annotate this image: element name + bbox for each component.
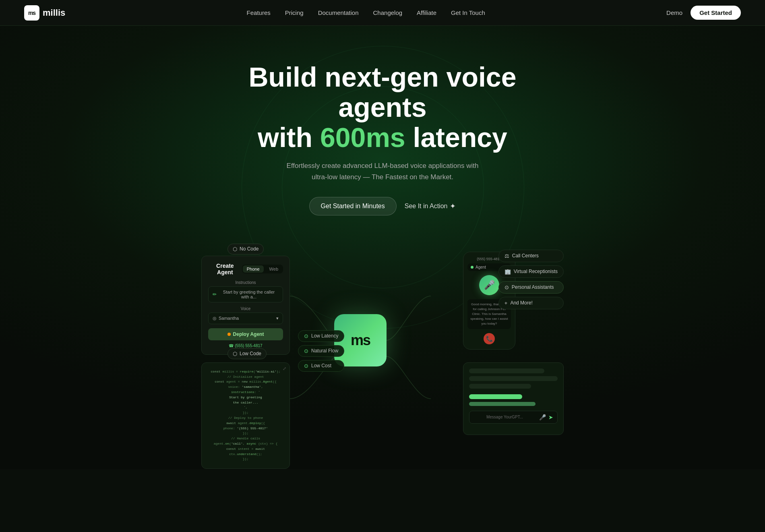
nav-get-in-touch[interactable]: Get In Touch <box>451 9 485 16</box>
logo-icon: ms <box>24 5 39 21</box>
use-case-and-more: + And More! <box>498 297 564 309</box>
natural-flow-icon: ⊙ <box>304 348 308 354</box>
send-icon[interactable]: ➤ <box>548 414 553 420</box>
instructions-input[interactable]: ✏ Start by greeting the caller with a... <box>208 286 283 302</box>
chat-input-placeholder: Message YourGPT... <box>473 415 536 419</box>
code-content: const millis = require('millis-ai'); // … <box>208 369 283 462</box>
deploy-agent-button[interactable]: Deploy Agent <box>208 328 283 340</box>
nav-pricing[interactable]: Pricing <box>285 9 304 16</box>
voice-value: Samantha <box>219 316 239 321</box>
nav-affiliate[interactable]: Affiliate <box>417 9 436 16</box>
chat-bubble-2 <box>469 376 558 381</box>
plus-icon: + <box>504 300 508 306</box>
chat-bubble-3 <box>469 384 531 389</box>
scale-icon: ⚖ <box>504 253 509 259</box>
hero-section: Build next-gen voice agents with 600ms l… <box>0 26 765 469</box>
use-cases-list: ⚖ Call Centers 🏢 Virtual Receptionists ⊙… <box>498 250 564 309</box>
code-card: ⤢ const millis = require('millis-ai'); /… <box>201 362 290 469</box>
tab-phone[interactable]: Phone <box>243 265 264 273</box>
low-code-badge: ⬡ Low Code <box>227 348 267 359</box>
create-agent-card: Create Agent Phone Web Instructions ✏ St… <box>201 256 290 355</box>
chat-input-area[interactable]: Message YourGPT... 🎤 ➤ <box>469 411 558 424</box>
low-cost-icon: ⊙ <box>304 363 308 369</box>
code-icon: ⬡ <box>233 246 237 252</box>
code-braces-icon: ⬡ <box>233 351 237 357</box>
use-case-personal-assistants: ⊙ Personal Assistants <box>498 281 564 294</box>
diagram: ⬡ No Code Create Agent Phone Web Instruc… <box>201 244 564 453</box>
use-case-call-centers: ⚖ Call Centers <box>498 250 564 262</box>
instructions-value: Start by greeting the caller with a... <box>219 290 279 299</box>
low-latency-icon: ⊙ <box>304 333 308 339</box>
feature-low-latency: ⊙ Low Latency <box>298 330 344 342</box>
location-icon: ◎ <box>213 316 217 321</box>
microphone-button[interactable]: 🎤 <box>479 275 499 295</box>
nav-changelog[interactable]: Changelog <box>373 9 403 16</box>
voice-select[interactable]: ◎ Samantha ▾ <box>208 313 283 324</box>
chat-bubble-1 <box>469 368 544 373</box>
navigation: ms millis Features Pricing Documentation… <box>0 0 765 26</box>
instructions-label: Instructions <box>208 280 283 285</box>
chat-bubble-light <box>469 402 536 406</box>
nav-features[interactable]: Features <box>247 9 271 16</box>
end-call-button[interactable]: 📞 <box>484 333 495 344</box>
chat-icons: 🎤 ➤ <box>539 414 553 420</box>
hero-headline: Build next-gen voice agents with 600ms l… <box>221 62 544 152</box>
see-in-action-button[interactable]: See It in Action ✦ <box>405 202 456 211</box>
hero-subtext: Effortlessly create advanced LLM-based v… <box>286 160 479 182</box>
pen-icon: ✏ <box>213 292 217 297</box>
get-started-button[interactable]: Get Started <box>691 6 741 20</box>
nav-actions: Demo Get Started <box>666 6 741 20</box>
chat-mockup: Message YourGPT... 🎤 ➤ <box>463 362 564 435</box>
features-list: ⊙ Low Latency ⊙ Natural Flow ⊙ Low Cost <box>298 330 344 372</box>
microphone-chat-icon[interactable]: 🎤 <box>539 414 546 420</box>
tab-web[interactable]: Web <box>265 265 282 273</box>
use-case-virtual-receptionists: 🏢 Virtual Receptionists <box>498 265 564 278</box>
demo-button[interactable]: Demo <box>666 9 682 16</box>
person-icon: ⊙ <box>504 284 509 290</box>
expand-icon: ⤢ <box>283 366 286 371</box>
feature-natural-flow: ⊙ Natural Flow <box>298 345 344 357</box>
building-icon: 🏢 <box>504 269 511 275</box>
nav-documentation[interactable]: Documentation <box>318 9 359 16</box>
feature-low-cost: ⊙ Low Cost <box>298 360 344 372</box>
green-dot-icon <box>471 266 473 269</box>
chevron-down-icon: ▾ <box>276 316 279 321</box>
sparkle-icon: ✦ <box>450 202 456 211</box>
get-started-minutes-button[interactable]: Get Started in Minutes <box>309 197 397 215</box>
no-code-badge: ⬡ No Code <box>227 244 264 255</box>
logo-link[interactable]: ms millis <box>24 5 65 21</box>
chat-bubble-green <box>469 394 522 399</box>
orange-dot-icon <box>227 333 231 336</box>
phone-number-label: ☎ (555) 555-4817 <box>208 344 283 348</box>
tab-group: Phone Web <box>242 265 283 273</box>
voice-label: Voice <box>208 306 283 311</box>
logo-wordmark: millis <box>43 8 65 18</box>
nav-links: Features Pricing Documentation Changelog… <box>247 9 485 17</box>
hero-buttons: Get Started in Minutes See It in Action … <box>8 197 757 215</box>
